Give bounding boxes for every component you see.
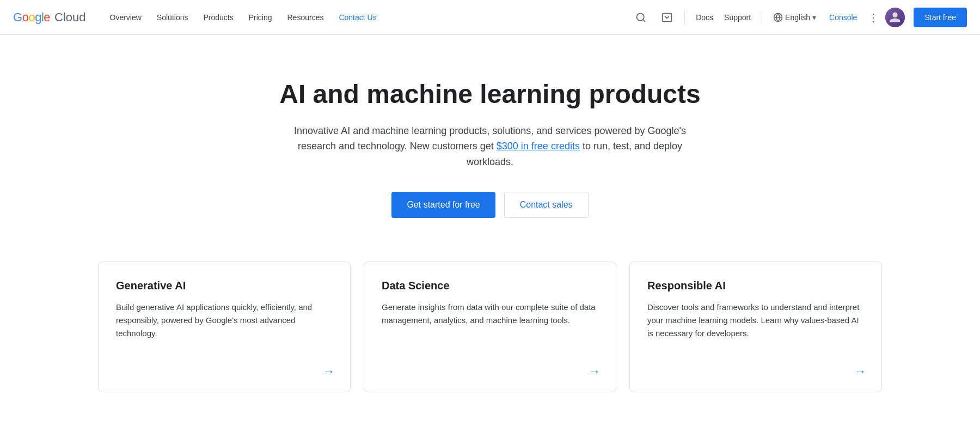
terminal-icon: [661, 12, 672, 23]
globe-icon: [773, 13, 783, 22]
google-wordmark: Google: [13, 10, 50, 25]
nav-divider-1: [684, 11, 685, 24]
search-icon: [635, 12, 646, 23]
more-options-icon[interactable]: ⋮: [866, 7, 881, 28]
avatar-person-icon: [889, 11, 901, 23]
search-button[interactable]: [630, 7, 652, 28]
card-responsible-ai-title: Responsible AI: [647, 280, 864, 292]
svg-line-1: [643, 19, 645, 21]
card-data-science-arrow: →: [589, 365, 601, 379]
credits-link[interactable]: $300 in free credits: [497, 141, 580, 151]
cloud-wordmark: Cloud: [54, 10, 85, 25]
nav-overview[interactable]: Overview: [103, 9, 148, 26]
nav-pricing[interactable]: Pricing: [242, 9, 279, 26]
contact-sales-button[interactable]: Contact sales: [504, 192, 589, 218]
svg-rect-2: [663, 13, 672, 21]
language-label: English: [785, 13, 810, 22]
chevron-down-icon: ▾: [812, 13, 816, 22]
user-avatar[interactable]: [885, 8, 905, 27]
language-selector[interactable]: English ▾: [769, 8, 820, 27]
nav-contact-us[interactable]: Contact Us: [332, 9, 383, 26]
support-link[interactable]: Support: [720, 9, 755, 26]
card-generative-ai-title: Generative AI: [116, 280, 333, 292]
start-free-button[interactable]: Start free: [914, 8, 967, 27]
card-responsible-ai-arrow: →: [854, 365, 866, 379]
hero-buttons: Get started for free Contact sales: [258, 192, 722, 218]
card-data-science[interactable]: Data Science Generate insights from data…: [364, 262, 616, 392]
card-responsible-ai-desc: Discover tools and frameworks to underst…: [647, 301, 864, 377]
nav-solutions[interactable]: Solutions: [150, 9, 195, 26]
hero-title: AI and machine learning products: [258, 78, 722, 110]
nav-resources[interactable]: Resources: [281, 9, 330, 26]
console-link[interactable]: Console: [825, 9, 861, 26]
card-data-science-title: Data Science: [382, 280, 598, 292]
cards-section: Generative AI Build generative AI applic…: [54, 251, 926, 425]
card-data-science-desc: Generate insights from data with our com…: [382, 301, 598, 377]
nav-products[interactable]: Products: [197, 9, 240, 26]
google-cloud-logo[interactable]: Google Cloud: [13, 10, 86, 25]
card-generative-ai[interactable]: Generative AI Build generative AI applic…: [98, 262, 351, 392]
docs-link[interactable]: Docs: [691, 9, 718, 26]
nav-right: Docs Support English ▾ Console ⋮ Start f…: [630, 7, 967, 28]
terminal-button[interactable]: [656, 7, 678, 28]
hero-description: Innovative AI and machine learning produ…: [294, 123, 686, 170]
navbar: Google Cloud Overview Solutions Products…: [0, 0, 980, 35]
card-responsible-ai[interactable]: Responsible AI Discover tools and framew…: [629, 262, 882, 392]
hero-section: AI and machine learning products Innovat…: [245, 35, 735, 251]
nav-links: Overview Solutions Products Pricing Reso…: [103, 9, 630, 26]
card-generative-ai-arrow: →: [323, 365, 335, 379]
card-generative-ai-desc: Build generative AI applications quickly…: [116, 301, 333, 377]
docs-support-links: Docs Support: [691, 9, 755, 26]
nav-divider-2: [762, 11, 762, 24]
get-started-button[interactable]: Get started for free: [391, 192, 495, 218]
